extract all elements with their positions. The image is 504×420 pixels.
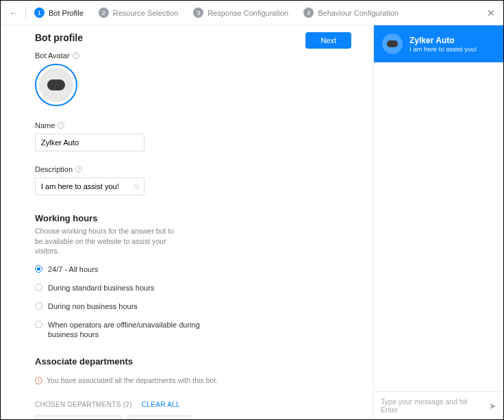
preview-bot-name: Zylker Auto bbox=[410, 36, 477, 45]
radio-icon bbox=[35, 321, 42, 328]
divider bbox=[25, 8, 26, 18]
step-bot-profile[interactable]: 1 Bot Profile bbox=[34, 8, 84, 18]
back-arrow-icon[interactable]: ← bbox=[9, 8, 25, 18]
stepper: 1 Bot Profile 2 Resource Selection 3 Res… bbox=[34, 8, 487, 18]
emoji-icon[interactable]: ☺ bbox=[133, 182, 140, 190]
avatar-label: Bot Avatar ? bbox=[35, 51, 351, 60]
name-label: Name ? bbox=[35, 121, 351, 129]
next-button[interactable]: Next bbox=[305, 32, 351, 49]
chat-preview-panel: Zylker Auto I am here to assist you! Typ… bbox=[373, 25, 503, 419]
radio-non-business-hours[interactable]: During non business hours bbox=[35, 301, 206, 312]
radio-icon bbox=[35, 302, 42, 310]
form-panel: Bot profile Next Bot Avatar ? Name ? Des… bbox=[1, 25, 373, 419]
step-number: 3 bbox=[193, 8, 203, 18]
departments-info: i You have associated all the department… bbox=[35, 376, 351, 384]
page-title: Bot profile bbox=[35, 32, 83, 43]
step-response-configuration[interactable]: 3 Response Configuration bbox=[193, 8, 288, 18]
step-number: 2 bbox=[99, 8, 109, 18]
radio-label: When operators are offline/unavailable d… bbox=[48, 320, 206, 341]
name-input[interactable] bbox=[35, 134, 144, 151]
radio-label: 24/7 - All hours bbox=[48, 264, 98, 275]
send-icon[interactable]: ➤ bbox=[489, 401, 496, 411]
radio-all-hours[interactable]: 24/7 - All hours bbox=[35, 264, 206, 275]
description-label: Description ? bbox=[35, 165, 351, 173]
chosen-departments-label: CHOSEN DEPARTMENTS (2) bbox=[35, 401, 132, 408]
step-label: Bot Profile bbox=[49, 9, 84, 17]
radio-icon bbox=[35, 265, 42, 273]
radio-business-hours[interactable]: During standard business hours bbox=[35, 283, 206, 293]
step-behaviour-configuration[interactable]: 4 Behaviour Configuration bbox=[303, 8, 399, 18]
clear-all-button[interactable]: CLEAR ALL bbox=[142, 401, 180, 408]
preview-avatar bbox=[382, 34, 403, 54]
radio-label: During standard business hours bbox=[48, 283, 154, 293]
working-hours-radio-group: 24/7 - All hours During standard busines… bbox=[35, 264, 351, 340]
chip-returns-and-refunds: Returns and refunds ✕ bbox=[35, 415, 122, 419]
chat-preview-body bbox=[374, 62, 503, 391]
help-icon[interactable]: ? bbox=[73, 52, 79, 59]
bot-face-icon bbox=[47, 79, 65, 90]
step-number: 1 bbox=[34, 8, 45, 18]
help-icon[interactable]: ? bbox=[75, 166, 82, 173]
chat-preview-header: Zylker Auto I am here to assist you! bbox=[374, 25, 503, 62]
chat-preview-input-row: Type your message and hit Enter ➤ bbox=[374, 391, 503, 419]
close-icon[interactable]: ✕ bbox=[487, 8, 495, 18]
help-icon[interactable]: ? bbox=[58, 122, 64, 129]
avatar-image bbox=[39, 68, 73, 102]
working-hours-description: Choose working hours for the answer bot … bbox=[35, 226, 179, 256]
working-hours-heading: Working hours bbox=[35, 213, 351, 223]
departments-heading: Associate departments bbox=[35, 356, 351, 367]
radio-label: During non business hours bbox=[48, 301, 138, 312]
department-chips: Returns and refunds ✕ Zylker Group ✕ bbox=[35, 415, 351, 419]
step-number: 4 bbox=[303, 8, 314, 18]
step-label: Behaviour Configuration bbox=[318, 9, 399, 17]
step-label: Resource Selection bbox=[113, 9, 178, 17]
step-label: Response Configuration bbox=[207, 9, 288, 17]
info-icon: i bbox=[35, 377, 42, 384]
avatar-picker[interactable] bbox=[35, 64, 77, 106]
chip-zylker-group: Zylker Group ✕ bbox=[127, 415, 191, 419]
chat-input-placeholder[interactable]: Type your message and hit Enter bbox=[381, 397, 483, 414]
radio-icon bbox=[35, 284, 42, 291]
step-resource-selection[interactable]: 2 Resource Selection bbox=[99, 8, 178, 18]
preview-bot-desc: I am here to assist you! bbox=[410, 45, 477, 53]
bot-face-icon bbox=[387, 40, 398, 47]
description-input[interactable] bbox=[35, 177, 144, 195]
radio-operators-offline[interactable]: When operators are offline/unavailable d… bbox=[35, 320, 206, 341]
